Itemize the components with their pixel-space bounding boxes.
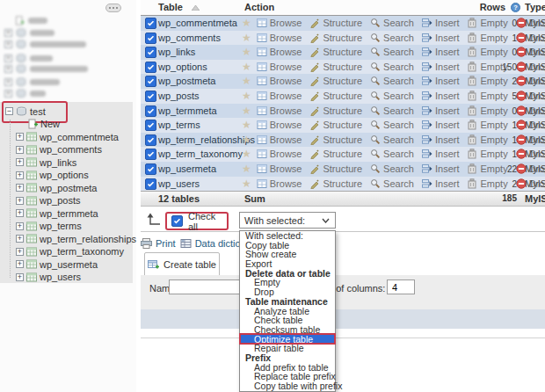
dropdown-option-checksum-table[interactable]: Checksum table xyxy=(240,325,335,335)
table-name-link[interactable]: wp_terms xyxy=(158,120,200,130)
row-checkbox[interactable] xyxy=(145,120,156,131)
table-name-link[interactable]: wp_term_taxonomy xyxy=(158,149,243,159)
structure-action-link[interactable]: Structure xyxy=(309,105,362,116)
row-checkbox[interactable] xyxy=(145,18,156,29)
row-checkbox[interactable] xyxy=(145,33,156,44)
favorite-star-icon[interactable]: ★ xyxy=(242,75,251,87)
browse-action-link[interactable]: Browse xyxy=(257,134,302,145)
print-link[interactable]: Print xyxy=(141,238,176,249)
favorite-star-icon[interactable]: ★ xyxy=(242,90,251,102)
sidebar-item-table[interactable]: +wp_usermeta xyxy=(16,258,98,271)
search-action-link[interactable]: Search xyxy=(370,178,414,189)
table-name-link[interactable]: wp_commentmeta xyxy=(158,18,237,28)
favorite-star-icon[interactable]: ★ xyxy=(242,148,251,160)
row-checkbox[interactable] xyxy=(145,163,156,175)
table-name-link[interactable]: wp_usermeta xyxy=(158,163,216,174)
table-name-link[interactable]: wp_comments xyxy=(158,33,221,43)
browse-action-link[interactable]: Browse xyxy=(257,91,302,101)
expand-box-icon[interactable]: + xyxy=(16,158,24,166)
favorite-star-icon[interactable]: ★ xyxy=(242,119,251,131)
expand-box-icon[interactable]: + xyxy=(4,29,12,37)
row-checkbox[interactable] xyxy=(145,105,156,117)
row-checkbox[interactable] xyxy=(145,76,156,87)
structure-action-link[interactable]: Structure xyxy=(309,163,362,174)
search-action-link[interactable]: Search xyxy=(370,18,414,28)
row-checkbox[interactable] xyxy=(145,149,156,160)
browse-action-link[interactable]: Browse xyxy=(257,62,302,72)
search-action-link[interactable]: Search xyxy=(370,149,414,159)
table-name-link[interactable]: wp_posts xyxy=(158,91,199,101)
structure-action-link[interactable]: Structure xyxy=(309,91,362,101)
search-action-link[interactable]: Search xyxy=(370,120,414,130)
expand-box-icon[interactable]: + xyxy=(16,197,24,205)
table-name-link[interactable]: wp_postmeta xyxy=(158,76,215,86)
column-header-rows[interactable]: Rows xyxy=(453,2,505,12)
row-checkbox[interactable] xyxy=(145,47,156,58)
structure-action-link[interactable]: Structure xyxy=(309,178,362,189)
favorite-star-icon[interactable]: ★ xyxy=(242,32,251,44)
expand-box-icon[interactable]: + xyxy=(16,146,24,154)
sidebar-item-table[interactable]: +wp_commentmeta xyxy=(16,130,119,143)
search-action-link[interactable]: Search xyxy=(370,134,414,145)
column-header-table[interactable]: Table xyxy=(158,2,183,12)
search-action-link[interactable]: Search xyxy=(370,76,414,86)
favorite-star-icon[interactable]: ★ xyxy=(242,163,251,175)
browse-action-link[interactable]: Browse xyxy=(257,18,302,28)
expand-box-icon[interactable]: + xyxy=(16,260,24,268)
sidebar-item-blurred[interactable]: + xyxy=(4,28,54,38)
table-name-link[interactable]: wp_term_relationships xyxy=(158,134,255,145)
search-action-link[interactable]: Search xyxy=(370,105,414,116)
expand-box-icon[interactable]: + xyxy=(4,78,12,86)
sidebar-item-table[interactable]: +wp_users xyxy=(16,271,81,284)
table-name-link[interactable]: wp_users xyxy=(158,178,200,189)
browse-action-link[interactable]: Browse xyxy=(257,120,302,130)
structure-action-link[interactable]: Structure xyxy=(309,62,362,72)
sidebar-item-table[interactable]: +wp_options xyxy=(16,169,89,182)
row-checkbox[interactable] xyxy=(145,62,156,73)
sidebar-item-table[interactable]: +wp_terms xyxy=(16,220,82,233)
check-all-label[interactable]: Check all xyxy=(188,211,227,232)
structure-action-link[interactable]: Structure xyxy=(309,149,362,159)
sidebar-item-blurred[interactable] xyxy=(15,16,47,25)
expand-box-icon[interactable]: + xyxy=(16,209,24,217)
sidebar-item-new-table[interactable]: New xyxy=(27,117,60,130)
search-action-link[interactable]: Search xyxy=(370,47,414,57)
browse-action-link[interactable]: Browse xyxy=(257,33,302,43)
create-table-button[interactable]: Create table xyxy=(144,252,220,277)
expand-box-icon[interactable]: + xyxy=(16,222,24,230)
browse-action-link[interactable]: Browse xyxy=(257,76,302,86)
sidebar-item-test[interactable]: − test xyxy=(5,105,46,118)
table-name-link[interactable]: wp_termmeta xyxy=(158,105,217,116)
search-action-link[interactable]: Search xyxy=(370,91,414,101)
expand-box-icon[interactable]: + xyxy=(16,133,24,141)
expand-box-icon[interactable]: + xyxy=(4,54,12,62)
browse-action-link[interactable]: Browse xyxy=(257,149,302,159)
expand-box-icon[interactable]: + xyxy=(16,235,24,243)
table-name-link[interactable]: wp_options xyxy=(158,62,207,72)
expand-box-icon[interactable]: + xyxy=(16,171,24,179)
sidebar-item-table[interactable]: +wp_term_taxonomy xyxy=(16,245,124,258)
sidebar-item-table[interactable]: +wp_term_relationships xyxy=(16,232,136,245)
expand-box-icon[interactable]: + xyxy=(16,273,24,281)
structure-action-link[interactable]: Structure xyxy=(309,18,362,28)
expand-box-icon[interactable]: + xyxy=(16,184,24,192)
check-all-checkbox[interactable] xyxy=(171,215,183,227)
favorite-star-icon[interactable]: ★ xyxy=(242,178,251,190)
structure-action-link[interactable]: Structure xyxy=(309,33,362,43)
help-icon[interactable]: ? xyxy=(511,3,520,12)
sidebar-item-blurred[interactable]: + xyxy=(4,64,88,74)
search-action-link[interactable]: Search xyxy=(370,62,414,72)
sidebar-item-blurred[interactable]: + xyxy=(4,77,60,87)
structure-action-link[interactable]: Structure xyxy=(309,134,362,145)
browse-action-link[interactable]: Browse xyxy=(257,105,302,116)
dropdown-option-copy-table-with-prefix[interactable]: Copy table with prefix xyxy=(240,381,335,391)
expand-box-icon[interactable]: + xyxy=(16,248,24,256)
table-name-link[interactable]: wp_links xyxy=(158,47,195,57)
row-checkbox[interactable] xyxy=(145,91,156,102)
favorite-star-icon[interactable]: ★ xyxy=(242,46,251,58)
browse-action-link[interactable]: Browse xyxy=(257,178,302,189)
structure-action-link[interactable]: Structure xyxy=(309,47,362,57)
column-header-type[interactable]: Type xyxy=(525,2,545,12)
expand-box-icon[interactable]: + xyxy=(4,90,12,98)
browse-action-link[interactable]: Browse xyxy=(257,47,302,57)
